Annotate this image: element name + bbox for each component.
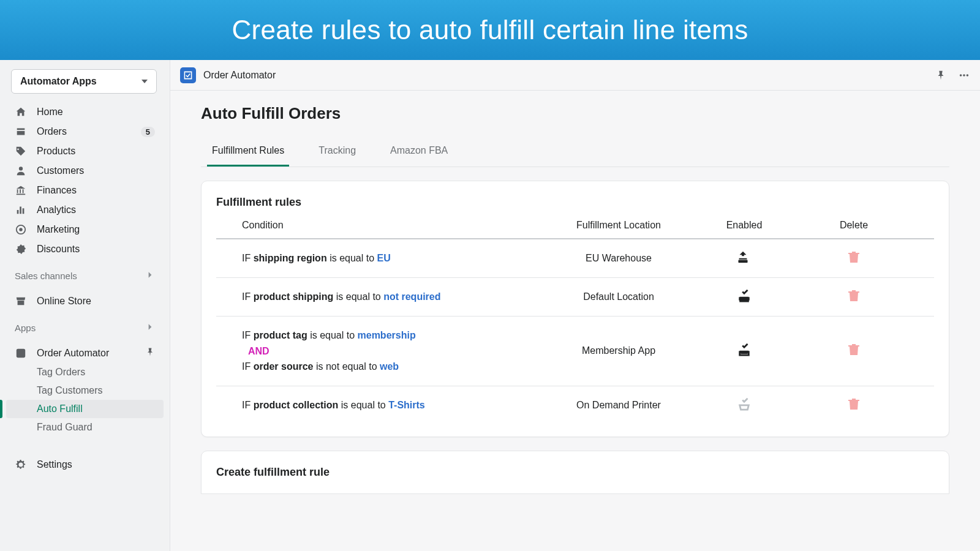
- section-label: Apps: [15, 323, 36, 333]
- chevron-right-icon: [145, 322, 155, 334]
- nav-orders[interactable]: Orders 5: [6, 122, 164, 141]
- nav-discounts[interactable]: Discounts: [6, 239, 164, 259]
- store-selector-label: Automator Apps: [20, 76, 97, 87]
- header-delete: Delete: [799, 220, 908, 231]
- svg-point-6: [967, 74, 969, 77]
- condition-cell: IF shipping region is equal to EU: [242, 250, 548, 266]
- location-cell: On Demand Printer: [548, 400, 689, 411]
- rules-table-header: Condition Fulfillment Location Enabled D…: [216, 220, 934, 239]
- condition-field: order source: [254, 361, 314, 372]
- person-icon: [15, 165, 27, 177]
- condition-value[interactable]: EU: [377, 253, 391, 263]
- nav-label: Marketing: [37, 224, 80, 235]
- svg-rect-3: [17, 349, 25, 358]
- header-enabled: Enabled: [689, 220, 799, 231]
- keyword-if: IF: [242, 291, 251, 302]
- condition-value[interactable]: membership: [358, 330, 416, 340]
- delete-button[interactable]: [799, 397, 908, 413]
- rule-row: IF product shipping is equal to not requ…: [216, 278, 934, 317]
- keyword-and: AND: [248, 346, 270, 356]
- svg-point-0: [19, 167, 23, 170]
- subnav-fraud-guard[interactable]: Fraud Guard: [6, 418, 164, 437]
- nav-marketing[interactable]: Marketing: [6, 220, 164, 239]
- nav-label: Online Store: [37, 296, 91, 307]
- delete-button[interactable]: [799, 250, 908, 266]
- enabled-toggle[interactable]: [689, 397, 799, 413]
- tag-icon: [15, 145, 27, 157]
- subnav-tag-orders[interactable]: Tag Orders: [6, 363, 164, 381]
- store-selector[interactable]: Automator Apps: [11, 69, 157, 94]
- enabled-toggle[interactable]: [689, 250, 799, 266]
- nav-online-store[interactable]: Online Store: [6, 291, 164, 311]
- condition-op: is equal to: [330, 253, 374, 263]
- condition-field: product shipping: [254, 291, 334, 302]
- section-sales-channels[interactable]: Sales channels: [6, 259, 164, 285]
- tab-tracking[interactable]: Tracking: [314, 138, 361, 167]
- nav-label: Customers: [37, 165, 84, 176]
- page-title: Auto Fulfill Orders: [201, 104, 949, 123]
- condition-value[interactable]: not required: [383, 291, 440, 302]
- subnav-auto-fulfill[interactable]: Auto Fulfill: [6, 400, 164, 418]
- rule-row: IF product tag is equal to membership AN…: [216, 317, 934, 386]
- app-icon: [15, 347, 27, 359]
- section-label: Sales channels: [15, 271, 77, 281]
- nav-label: Products: [37, 146, 75, 157]
- condition-field: product collection: [254, 400, 339, 410]
- delete-button[interactable]: [799, 343, 908, 359]
- nav-customers[interactable]: Customers: [6, 161, 164, 181]
- condition-op: is equal to: [310, 330, 355, 340]
- pin-icon[interactable]: [145, 347, 155, 359]
- nav-label: Finances: [37, 185, 77, 196]
- nav-analytics[interactable]: Analytics: [6, 200, 164, 220]
- nav-finances[interactable]: Finances: [6, 181, 164, 200]
- tab-fulfillment-rules[interactable]: Fulfillment Rules: [207, 138, 289, 167]
- nav-products[interactable]: Products: [6, 141, 164, 161]
- card-title: Create fulfillment rule: [216, 466, 934, 479]
- store-icon: [15, 295, 27, 307]
- location-cell: Default Location: [548, 291, 689, 302]
- caret-down-icon: [141, 80, 148, 83]
- nav-settings[interactable]: Settings: [6, 455, 164, 474]
- keyword-if: IF: [242, 400, 251, 410]
- discount-icon: [15, 243, 27, 255]
- condition-value[interactable]: T-Shirts: [388, 400, 425, 410]
- inbox-icon: [15, 126, 27, 138]
- content-area: Order Automator Auto Fulfill Orders Fulf…: [170, 60, 980, 551]
- condition-field: product tag: [254, 330, 307, 340]
- condition-cell: IF product shipping is equal to not requ…: [242, 289, 548, 305]
- nav-label: Orders: [37, 126, 67, 137]
- gear-icon: [15, 459, 27, 471]
- enabled-toggle[interactable]: [689, 289, 799, 305]
- condition-op: is not equal to: [316, 361, 377, 372]
- card-title: Fulfillment rules: [202, 196, 949, 220]
- enabled-toggle[interactable]: [689, 343, 799, 359]
- section-apps[interactable]: Apps: [6, 311, 164, 337]
- delete-button[interactable]: [799, 289, 908, 305]
- svg-point-2: [19, 228, 22, 231]
- keyword-if: IF: [242, 253, 251, 263]
- hero-title: Create rules to auto fulfill certain lin…: [232, 15, 748, 45]
- target-icon: [15, 223, 27, 236]
- nav-label: Settings: [37, 459, 72, 470]
- keyword-if: IF: [242, 330, 251, 340]
- header-condition: Condition: [242, 220, 548, 231]
- chevron-right-icon: [145, 270, 155, 282]
- sidebar: Automator Apps Home Orders 5 Products Cu…: [0, 60, 170, 551]
- chart-icon: [15, 204, 27, 216]
- tab-amazon-fba[interactable]: Amazon FBA: [385, 138, 453, 167]
- pin-icon[interactable]: [935, 69, 947, 81]
- nav-home[interactable]: Home: [6, 102, 164, 122]
- hero-banner: Create rules to auto fulfill certain lin…: [0, 0, 980, 60]
- location-cell: Membership App: [548, 345, 689, 356]
- app-bar: Order Automator: [170, 60, 980, 91]
- subnav-tag-customers[interactable]: Tag Customers: [6, 381, 164, 400]
- app-order-automator[interactable]: Order Automator: [6, 343, 164, 363]
- condition-cell: IF product tag is equal to membership AN…: [242, 328, 548, 375]
- location-cell: EU Warehouse: [548, 253, 689, 264]
- more-icon[interactable]: [958, 69, 970, 81]
- nav-label: Discounts: [37, 244, 80, 255]
- fulfillment-rules-card: Fulfillment rules Condition Fulfillment …: [201, 181, 949, 437]
- condition-value[interactable]: web: [380, 361, 399, 372]
- svg-point-5: [963, 74, 965, 77]
- condition-op: is equal to: [341, 400, 386, 410]
